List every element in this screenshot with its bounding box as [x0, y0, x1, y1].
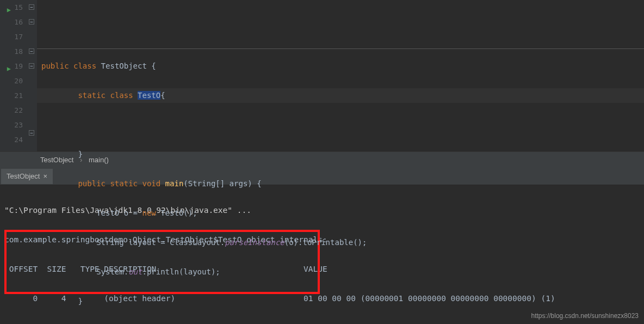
line-number: 24 — [0, 132, 23, 147]
run-gutter-icon[interactable]: ▶ — [7, 62, 11, 76]
line-number: 23 — [0, 118, 23, 132]
line-gutter: ▶ ▶ 15 16 17 18 19 20 21 22 23 24 — [0, 0, 27, 151]
line-number: 16 — [0, 15, 23, 29]
line-number: 15 — [0, 0, 23, 15]
line-number: 20 — [0, 74, 23, 88]
code-line[interactable]: String layout = ClassLayout.parseInstanc… — [41, 235, 644, 250]
line-number: 18 — [0, 44, 23, 59]
fold-icon[interactable]: − — [29, 19, 34, 25]
fold-icon[interactable]: − — [29, 130, 34, 136]
code-editor[interactable]: public class TestObject { static class T… — [37, 0, 644, 151]
code-line[interactable]: public class TestObject { — [41, 59, 644, 74]
method-separator-line — [37, 48, 644, 49]
code-line[interactable] — [41, 118, 644, 132]
run-gutter-icon[interactable]: ▶ — [7, 3, 11, 17]
fold-icon[interactable]: − — [29, 4, 34, 10]
line-number: 21 — [0, 88, 23, 103]
code-line[interactable]: TestO o = new TestO(); — [41, 206, 644, 221]
code-line[interactable]: static class TestO{ — [41, 88, 644, 103]
fold-column: − − − − − — [27, 0, 37, 151]
line-number: 17 — [0, 29, 23, 44]
fold-icon[interactable]: − — [29, 48, 34, 54]
fold-icon[interactable]: − — [29, 63, 34, 69]
tab-label: TestObject — [7, 169, 40, 184]
editor-area: ▶ ▶ 15 16 17 18 19 20 21 22 23 24 − − − … — [0, 0, 644, 151]
code-line[interactable]: public static void main(String[] args) { — [41, 176, 644, 191]
code-line[interactable]: } — [41, 147, 644, 162]
code-line[interactable]: } — [41, 294, 644, 309]
code-line[interactable]: System.out.println(layout); — [41, 265, 644, 279]
line-number: 19 — [0, 59, 23, 74]
line-number: 22 — [0, 103, 23, 118]
